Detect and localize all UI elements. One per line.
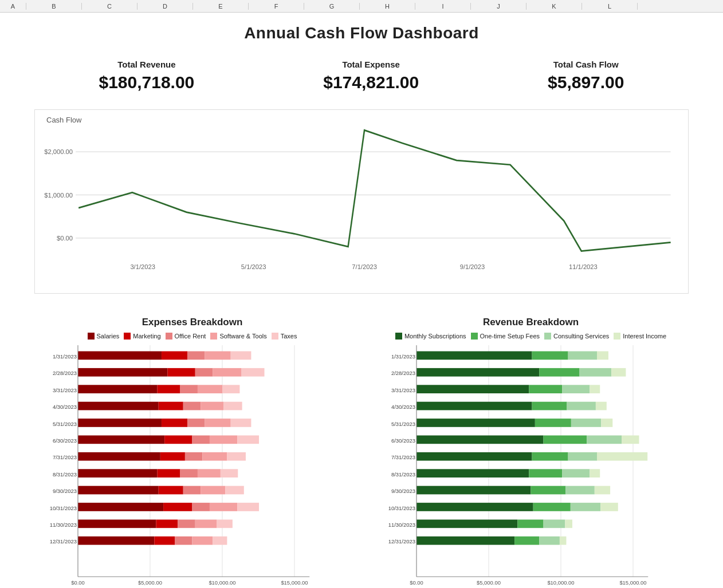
cashflow-chart-svg: $2,000.00 $1,000.00 $0.00 3/1/2023 5/1/2… — [41, 127, 682, 287]
rev-row-3: 3/31/2023 — [391, 385, 600, 393]
legend-office-rent-color — [166, 333, 172, 340]
svg-rect-64 — [180, 469, 198, 477]
svg-text:$15,000.00: $15,000.00 — [619, 579, 646, 586]
svg-text:2/28/2023: 2/28/2023 — [53, 370, 77, 377]
legend-taxes-color — [272, 333, 278, 340]
svg-rect-80 — [78, 520, 156, 528]
legend-monthly-sub-label: Monthly Subscriptions — [404, 333, 466, 340]
svg-text:$0.00: $0.00 — [410, 579, 423, 586]
legend-onetime-label: One-time Setup Fees — [480, 333, 540, 340]
svg-rect-135 — [597, 452, 647, 461]
svg-rect-128 — [544, 436, 587, 444]
svg-rect-53 — [210, 436, 237, 444]
svg-rect-33 — [158, 385, 180, 393]
expenses-bar-chart-svg: $0.00 $5,000.00 $10,000.00 $15,000.00 1/… — [34, 345, 350, 586]
svg-rect-48 — [231, 419, 252, 427]
svg-rect-137 — [416, 469, 529, 477]
svg-text:7/31/2023: 7/31/2023 — [391, 455, 415, 461]
svg-rect-83 — [195, 520, 217, 528]
svg-rect-28 — [195, 368, 213, 377]
rev-row-10: 10/31/2023 — [388, 503, 618, 511]
svg-rect-129 — [587, 436, 622, 444]
svg-text:6/30/2023: 6/30/2023 — [53, 437, 77, 444]
svg-text:$10,000.00: $10,000.00 — [547, 579, 574, 586]
svg-text:12/31/2023: 12/31/2023 — [50, 539, 77, 545]
legend-office-rent-label: Office Rent — [175, 333, 206, 340]
svg-text:5/31/2023: 5/31/2023 — [391, 421, 415, 427]
svg-rect-105 — [597, 352, 608, 360]
svg-rect-26 — [78, 368, 167, 377]
svg-rect-75 — [163, 503, 192, 511]
legend-salaries-label: Salaries — [97, 333, 120, 340]
svg-rect-110 — [611, 368, 626, 377]
legend-office-rent: Office Rent — [166, 333, 206, 340]
svg-rect-42 — [223, 402, 242, 411]
legend-interest-color — [614, 333, 620, 340]
legend-software-tools-color — [210, 333, 217, 340]
svg-rect-153 — [517, 520, 543, 528]
legend-taxes: Taxes — [272, 333, 297, 340]
svg-rect-90 — [213, 536, 227, 545]
svg-rect-65 — [198, 469, 221, 477]
expenses-chart-title: Expenses Breakdown — [34, 317, 350, 328]
svg-text:$0.00: $0.00 — [57, 235, 73, 242]
svg-rect-103 — [532, 352, 568, 360]
svg-text:7/31/2023: 7/31/2023 — [53, 455, 77, 461]
col-f: F — [249, 3, 304, 10]
legend-consulting-label: Consulting Services — [553, 333, 609, 340]
rev-row-5: 5/31/2023 — [391, 419, 612, 427]
svg-rect-104 — [568, 352, 597, 360]
svg-rect-84 — [217, 520, 233, 528]
kpi-revenue: Total Revenue $180,718.00 — [99, 60, 194, 92]
exp-row-1: 1/31/2023 — [53, 352, 252, 360]
svg-text:11/30/2023: 11/30/2023 — [388, 522, 415, 528]
svg-text:4/30/2023: 4/30/2023 — [391, 404, 415, 410]
exp-row-2: 2/28/2023 — [53, 368, 265, 377]
legend-salaries: Salaries — [88, 333, 120, 340]
svg-text:7/1/2023: 7/1/2023 — [352, 263, 377, 270]
svg-rect-143 — [531, 486, 566, 495]
svg-rect-60 — [227, 452, 246, 461]
col-i: I — [415, 3, 471, 10]
svg-rect-130 — [622, 436, 639, 444]
svg-text:8/31/2023: 8/31/2023 — [391, 471, 415, 477]
svg-text:9/30/2023: 9/30/2023 — [53, 488, 77, 494]
kpi-revenue-value: $180,718.00 — [99, 73, 194, 92]
svg-rect-71 — [201, 486, 225, 495]
revenue-bar-chart-svg: $0.00 $5,000.00 $10,000.00 $15,000.00 1/… — [373, 345, 689, 586]
kpi-expense-value: $174,821.00 — [323, 73, 419, 92]
kpi-row: Total Revenue $180,718.00 Total Expense … — [34, 60, 689, 92]
svg-rect-30 — [242, 368, 265, 377]
svg-rect-51 — [164, 436, 192, 444]
col-a: A — [0, 3, 26, 10]
svg-text:1/31/2023: 1/31/2023 — [53, 353, 77, 360]
svg-rect-45 — [162, 419, 187, 427]
svg-rect-36 — [222, 385, 239, 393]
svg-rect-89 — [192, 536, 213, 545]
svg-rect-20 — [78, 352, 162, 360]
rev-row-2: 2/28/2023 — [391, 368, 626, 377]
svg-rect-145 — [595, 486, 610, 495]
rev-row-8: 8/31/2023 — [391, 469, 600, 477]
svg-rect-88 — [175, 536, 192, 545]
legend-consulting-color — [544, 333, 551, 340]
col-l: L — [582, 3, 638, 10]
kpi-revenue-label: Total Revenue — [99, 60, 194, 69]
svg-text:$15,000.00: $15,000.00 — [281, 579, 308, 586]
svg-rect-122 — [416, 419, 535, 427]
svg-rect-102 — [416, 352, 532, 360]
exp-row-10: 10/31/2023 — [50, 503, 259, 511]
svg-rect-81 — [156, 520, 178, 528]
svg-rect-108 — [539, 368, 579, 377]
svg-rect-46 — [187, 419, 205, 427]
svg-text:$5,000.00: $5,000.00 — [138, 579, 162, 586]
svg-rect-127 — [416, 436, 544, 444]
svg-rect-148 — [533, 503, 571, 511]
svg-rect-140 — [590, 469, 600, 477]
svg-rect-147 — [416, 503, 533, 511]
legend-consulting: Consulting Services — [544, 333, 609, 340]
exp-row-3: 3/31/2023 — [53, 385, 240, 393]
legend-marketing-label: Marketing — [133, 333, 160, 340]
svg-rect-63 — [158, 469, 180, 477]
svg-rect-52 — [192, 436, 210, 444]
